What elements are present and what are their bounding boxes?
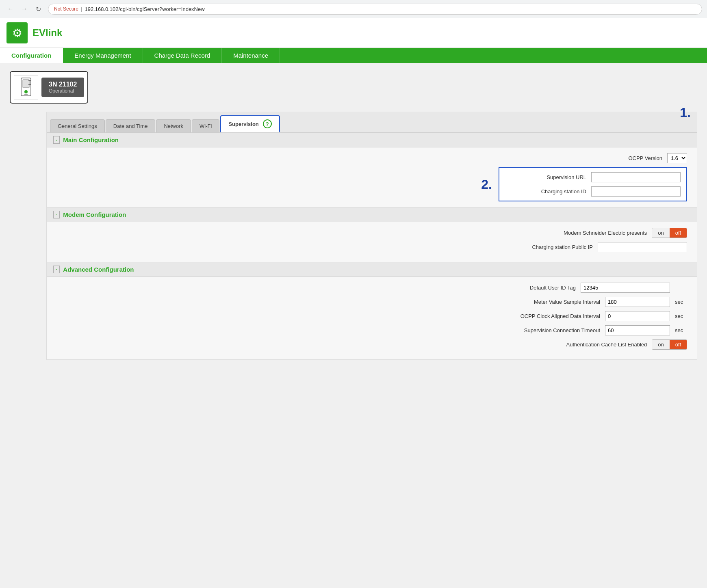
step1-label: 1.: [680, 105, 691, 120]
main-config-body: OCPP Version 1.6 1.5 2. Supervision URL: [47, 147, 697, 207]
public-ip-input[interactable]: [598, 242, 687, 252]
clock-aligned-row: OCPP Clock Aligned Data Interval sec: [56, 311, 687, 321]
public-ip-label: Charging station Public IP: [512, 244, 593, 250]
section-advanced-config: - Advanced Configuration Default User ID…: [47, 262, 697, 360]
device-info: 3N 21102 Operational: [41, 78, 84, 97]
tab-energy[interactable]: Energy Management: [63, 48, 143, 63]
advanced-config-body: Default User ID Tag Meter Value Sample I…: [47, 277, 697, 359]
auth-cache-toggle-group: on off: [652, 339, 687, 350]
supervision-url-input[interactable]: [591, 172, 681, 182]
subtab-datetime[interactable]: Date and Time: [106, 119, 156, 132]
url-text: 192.168.0.102/cgi-bin/cgiServer?worker=I…: [85, 6, 204, 12]
address-separator: |: [81, 6, 82, 12]
app-header: ⚙ EVlink: [0, 18, 707, 48]
subtab-supervision[interactable]: Supervision ?: [220, 115, 280, 132]
meter-interval-unit: sec: [675, 299, 687, 305]
ocpp-version-select[interactable]: 1.6 1.5: [667, 153, 687, 163]
not-secure-label: Not Secure: [54, 6, 78, 12]
tab-maintenance[interactable]: Maintenance: [222, 48, 280, 63]
supervision-url-row: Supervision URL: [505, 172, 681, 182]
user-id-tag-input[interactable]: [581, 283, 670, 293]
section-main-header: - Main Configuration: [47, 133, 697, 147]
main-content: 3N 21102 Operational 1. General Settings…: [0, 63, 707, 588]
section-modem-config: - Modem Configuration Modem Schneider El…: [47, 208, 697, 262]
ocpp-row: OCPP Version 1.6 1.5: [56, 153, 687, 163]
tab-configuration[interactable]: Configuration: [0, 48, 63, 63]
auth-cache-off-btn[interactable]: off: [670, 340, 687, 349]
subtab-general[interactable]: General Settings: [50, 119, 105, 132]
app-title: EVlink: [33, 27, 62, 39]
ocpp-version-label: OCPP Version: [581, 155, 662, 161]
supervision-section: 2. Supervision URL Charging station ID: [56, 167, 687, 201]
subtab-network[interactable]: Network: [156, 119, 191, 132]
modem-toggle-group: on off: [652, 228, 687, 238]
main-config-title: Main Configuration: [63, 136, 119, 143]
subtab-wifi[interactable]: Wi-Fi: [192, 119, 219, 132]
supervision-fields-box: Supervision URL Charging station ID: [499, 167, 687, 201]
browser-chrome: ← → ↻ Not Secure | 192.168.0.102/cgi-bin…: [0, 0, 707, 18]
help-icon[interactable]: ?: [263, 119, 272, 128]
device-icon: [14, 75, 38, 99]
supervision-tab-label: Supervision: [228, 121, 258, 127]
main-config-toggle[interactable]: -: [53, 136, 60, 144]
nav-buttons: ← → ↻: [5, 3, 44, 15]
user-id-tag-row: Default User ID Tag: [56, 283, 687, 293]
charging-station-id-row: Charging station ID: [505, 186, 681, 197]
nav-tabs: Configuration Energy Management Charge D…: [0, 48, 707, 63]
advanced-config-title: Advanced Configuration: [63, 266, 134, 273]
charging-station-id-label: Charging station ID: [505, 188, 586, 195]
modem-presents-row: Modem Schneider Electric presents on off: [56, 228, 687, 238]
modem-config-toggle[interactable]: -: [53, 211, 60, 218]
step2-label: 2.: [481, 177, 492, 192]
auth-cache-label: Authentication Cache List Enabled: [566, 342, 647, 348]
modem-label: Modem Schneider Electric presents: [564, 230, 647, 236]
public-ip-row: Charging station Public IP: [56, 242, 687, 252]
device-status: Operational: [49, 88, 77, 94]
content-panel: General Settings Date and Time Network W…: [46, 112, 697, 360]
modem-off-btn[interactable]: off: [670, 228, 687, 238]
device-card: 3N 21102 Operational: [10, 71, 88, 104]
auth-cache-row: Authentication Cache List Enabled on off: [56, 339, 687, 350]
logo-icon: ⚙: [12, 26, 22, 40]
meter-interval-label: Meter Value Sample Interval: [519, 299, 600, 305]
tab-cdr[interactable]: Charge Data Record: [143, 48, 222, 63]
user-id-tag-label: Default User ID Tag: [494, 285, 576, 291]
svg-rect-1: [23, 80, 29, 88]
back-button[interactable]: ←: [5, 3, 16, 15]
forward-button[interactable]: →: [19, 3, 30, 15]
auth-cache-on-btn[interactable]: on: [652, 340, 669, 349]
supervision-url-label: Supervision URL: [505, 174, 586, 180]
clock-aligned-input[interactable]: [605, 311, 670, 321]
supervision-timeout-row: Supervision Connection Timeout sec: [56, 325, 687, 335]
logo-box: ⚙: [7, 22, 28, 43]
device-name: 3N 21102: [49, 81, 77, 88]
advanced-config-toggle[interactable]: -: [53, 266, 60, 273]
subtab-supervision-wrapper: Supervision ?: [220, 115, 280, 132]
section-main-config: - Main Configuration OCPP Version 1.6 1.…: [47, 133, 697, 208]
clock-aligned-label: OCPP Clock Aligned Data Interval: [519, 313, 600, 319]
svg-point-2: [24, 90, 28, 93]
section-advanced-header: - Advanced Configuration: [47, 262, 697, 277]
supervision-timeout-label: Supervision Connection Timeout: [519, 327, 600, 333]
meter-interval-row: Meter Value Sample Interval sec: [56, 297, 687, 307]
section-modem-header: - Modem Configuration: [47, 208, 697, 222]
charger-icon: [18, 77, 34, 97]
reload-button[interactable]: ↻: [33, 3, 44, 15]
content-wrapper: 1. General Settings Date and Time Networ…: [34, 112, 697, 360]
modem-config-body: Modem Schneider Electric presents on off…: [47, 222, 697, 262]
supervision-timeout-input[interactable]: [605, 325, 670, 335]
address-bar: Not Secure | 192.168.0.102/cgi-bin/cgiSe…: [48, 4, 702, 15]
modem-on-btn[interactable]: on: [652, 228, 669, 238]
sub-tabs: General Settings Date and Time Network W…: [47, 112, 697, 133]
meter-interval-input[interactable]: [605, 297, 670, 307]
modem-config-title: Modem Configuration: [63, 211, 126, 218]
charging-station-id-input[interactable]: [591, 186, 681, 197]
supervision-timeout-unit: sec: [675, 327, 687, 333]
clock-aligned-unit: sec: [675, 313, 687, 319]
